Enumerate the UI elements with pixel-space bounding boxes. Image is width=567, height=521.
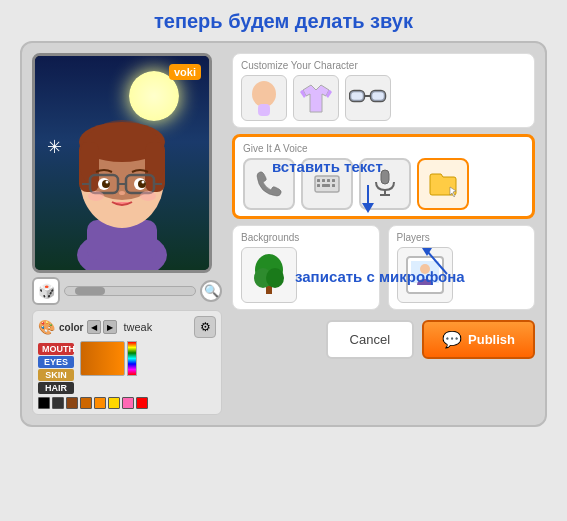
keyboard-icon bbox=[313, 170, 341, 198]
left-panel: voki ✳ bbox=[32, 53, 222, 415]
tweak-label: tweak bbox=[123, 321, 152, 333]
svg-rect-37 bbox=[327, 179, 330, 182]
svg-rect-40 bbox=[322, 184, 330, 187]
svg-point-22 bbox=[252, 81, 276, 107]
avatar-controls: 🎲 🔍 bbox=[32, 277, 222, 305]
zoom-button[interactable]: 🔍 bbox=[200, 280, 222, 302]
voice-section: Give It A Voice bbox=[232, 134, 535, 219]
svg-rect-39 bbox=[317, 184, 320, 187]
svg-rect-41 bbox=[332, 184, 335, 187]
svg-rect-38 bbox=[332, 179, 335, 182]
svg-point-20 bbox=[88, 191, 104, 201]
scrollbar-thumb bbox=[75, 287, 105, 295]
character-avatar bbox=[52, 80, 192, 270]
swatches-row bbox=[38, 397, 216, 409]
avatar-scrollbar[interactable] bbox=[64, 286, 196, 296]
customize-section: Customize Your Character bbox=[232, 53, 535, 128]
phone-icon bbox=[255, 170, 283, 198]
bottom-row: Backgrounds Players bbox=[232, 225, 535, 310]
swatch-4[interactable] bbox=[80, 397, 92, 409]
voice-folder-button[interactable] bbox=[417, 158, 469, 210]
svg-point-7 bbox=[79, 120, 165, 200]
svg-point-52 bbox=[420, 264, 430, 274]
svg-point-21 bbox=[140, 191, 156, 201]
avatar-scene: voki ✳ bbox=[35, 56, 209, 270]
voice-text-button[interactable] bbox=[301, 158, 353, 210]
customize-label: Customize Your Character bbox=[241, 60, 526, 71]
cancel-button[interactable]: Cancel bbox=[326, 320, 414, 359]
svg-rect-42 bbox=[381, 170, 389, 184]
svg-rect-35 bbox=[317, 179, 320, 182]
player-frame-icon bbox=[403, 253, 447, 297]
players-label: Players bbox=[397, 232, 527, 243]
voice-phone-button[interactable] bbox=[243, 158, 295, 210]
main-container: voki ✳ bbox=[20, 41, 547, 427]
publish-label: Publish bbox=[468, 332, 515, 347]
swatch-7[interactable] bbox=[122, 397, 134, 409]
avatar-frame: voki ✳ bbox=[32, 53, 212, 273]
svg-point-17 bbox=[106, 181, 109, 184]
customize-icons-row bbox=[241, 75, 526, 121]
arrow-right-button[interactable]: ▶ bbox=[103, 320, 117, 334]
glasses-icon bbox=[349, 87, 387, 109]
color-spectrum-bar[interactable] bbox=[127, 341, 137, 376]
svg-marker-24 bbox=[303, 85, 329, 112]
page-title: теперь будем делать звук bbox=[0, 0, 567, 41]
color-panel: 🎨 color ◀ ▶ tweak ⚙ MOUTH EYES SKIN bbox=[32, 310, 222, 415]
folder-icon bbox=[428, 171, 458, 197]
swatch-2[interactable] bbox=[52, 397, 64, 409]
face-icon bbox=[248, 80, 280, 116]
svg-rect-23 bbox=[258, 104, 270, 116]
publish-button[interactable]: 💬 Publish bbox=[422, 320, 535, 359]
right-panel: Customize Your Character bbox=[232, 53, 535, 415]
voice-microphone-button[interactable] bbox=[359, 158, 411, 210]
swatch-5[interactable] bbox=[94, 397, 106, 409]
eyes-button[interactable]: EYES bbox=[38, 356, 74, 368]
svg-point-18 bbox=[142, 181, 145, 184]
color-label: color bbox=[59, 322, 83, 333]
backgrounds-label: Backgrounds bbox=[241, 232, 371, 243]
voice-icons-row bbox=[243, 158, 524, 210]
attribute-buttons: MOUTH EYES SKIN HAIR bbox=[38, 343, 74, 394]
color-row: 🎨 color ◀ ▶ tweak ⚙ bbox=[38, 316, 216, 338]
players-section: Players bbox=[388, 225, 536, 310]
svg-rect-36 bbox=[322, 179, 325, 182]
hair-button[interactable]: HAIR bbox=[38, 382, 74, 394]
microphone-icon bbox=[371, 168, 399, 200]
swatch-3[interactable] bbox=[66, 397, 78, 409]
gear-button[interactable]: ⚙ bbox=[194, 316, 216, 338]
voki-logo: voki bbox=[169, 64, 201, 80]
svg-rect-33 bbox=[371, 91, 385, 101]
svg-rect-32 bbox=[350, 91, 364, 101]
color-picker[interactable] bbox=[80, 341, 125, 376]
character-shirt-button[interactable] bbox=[293, 75, 339, 121]
character-face-button[interactable] bbox=[241, 75, 287, 121]
mouth-button[interactable]: MOUTH bbox=[38, 343, 74, 355]
tree-icon bbox=[249, 254, 289, 296]
svg-point-49 bbox=[266, 268, 284, 288]
action-buttons: Cancel 💬 Publish bbox=[232, 320, 535, 359]
skin-button[interactable]: SKIN bbox=[38, 369, 74, 381]
color-icon: 🎨 bbox=[38, 319, 55, 335]
nav-arrows: ◀ ▶ bbox=[87, 320, 117, 334]
players-icon-button[interactable] bbox=[397, 247, 453, 303]
backgrounds-icon-button[interactable] bbox=[241, 247, 297, 303]
swatch-6[interactable] bbox=[108, 397, 120, 409]
swatch-1[interactable] bbox=[38, 397, 50, 409]
voice-label: Give It A Voice bbox=[243, 143, 524, 154]
color-swatch-area bbox=[80, 341, 137, 376]
character-glasses-button[interactable] bbox=[345, 75, 391, 121]
backgrounds-section: Backgrounds bbox=[232, 225, 380, 310]
shirt-icon bbox=[298, 82, 334, 114]
arrow-left-button[interactable]: ◀ bbox=[87, 320, 101, 334]
swatch-8[interactable] bbox=[136, 397, 148, 409]
dice-button[interactable]: 🎲 bbox=[32, 277, 60, 305]
svg-point-19 bbox=[119, 191, 125, 195]
publish-icon: 💬 bbox=[442, 330, 462, 349]
